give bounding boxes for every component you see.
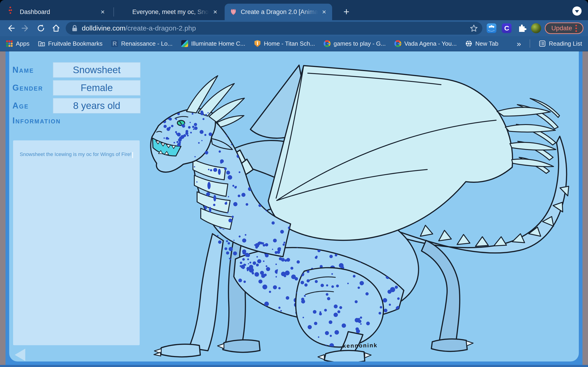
- name-row: Name Snowsheet: [9, 61, 152, 78]
- tab-bar: Dashboard × Everyone, meet my oc, Snowsh…: [0, 0, 588, 20]
- bookmarks-overflow-chevron[interactable]: »: [517, 39, 521, 48]
- bookmark-titan[interactable]: Home - Titan Sch...: [254, 40, 315, 47]
- age-label: Age: [12, 101, 29, 110]
- bookmark-vada-agena[interactable]: Vada Agena - You...: [394, 40, 457, 47]
- page-content: Name Snowsheet Gender Female Age 8 years…: [0, 51, 588, 367]
- bookmark-games[interactable]: games to play - G...: [324, 40, 386, 47]
- age-input[interactable]: 8 years old: [53, 98, 141, 114]
- clever-icon: C: [502, 23, 511, 33]
- address-bar[interactable]: dolldivine.com/create-a-dragon-2.php: [66, 22, 482, 35]
- text-caret: [132, 152, 133, 158]
- reading-list-button[interactable]: Reading List: [539, 40, 582, 47]
- update-label: Update: [551, 25, 572, 32]
- artist-signature: kennonink: [343, 342, 378, 349]
- profile-avatar[interactable]: [531, 23, 541, 33]
- puzzle-icon: [517, 24, 527, 33]
- browser-toolbar: dolldivine.com/create-a-dragon-2.php C: [0, 20, 588, 36]
- people-extension-button[interactable]: [486, 23, 497, 33]
- bookmark-illuminate[interactable]: Illuminate Home C...: [181, 40, 245, 47]
- age-row: Age 8 years old: [9, 97, 152, 114]
- avatar: [531, 23, 541, 33]
- divider: [530, 40, 530, 48]
- forward-button[interactable]: [21, 23, 31, 33]
- bookmark-label: Renaissance - Lo...: [121, 40, 173, 47]
- information-textarea[interactable]: Snowsheet the Icewing is my oc for Wings…: [13, 140, 140, 345]
- bookmark-new-tab[interactable]: New Tab: [465, 40, 498, 47]
- close-icon[interactable]: ×: [320, 8, 328, 16]
- gender-input[interactable]: Female: [53, 80, 141, 96]
- people-extension-icon: [487, 23, 496, 33]
- back-button[interactable]: [6, 23, 16, 33]
- app-bottom-border: [0, 365, 588, 367]
- clever-extension-button[interactable]: C: [502, 23, 512, 33]
- gender-label: Gender: [12, 83, 43, 93]
- update-button[interactable]: Update: [545, 23, 583, 34]
- reading-list-icon: [539, 40, 546, 47]
- bookmark-label: Fruitvale Bookmarks: [48, 40, 103, 47]
- close-icon[interactable]: ×: [211, 8, 219, 16]
- globe-icon: [465, 40, 472, 47]
- google-icon: [394, 40, 401, 47]
- tab-separator: [113, 7, 114, 17]
- apps-grid-icon: [6, 40, 13, 47]
- dragon-maker-canvas: Name Snowsheet Gender Female Age 8 years…: [9, 51, 579, 361]
- tab-title: Dashboard: [20, 8, 96, 16]
- illuminate-icon: [181, 40, 188, 47]
- bookmarks-bar: Apps Fruitvale Bookmarks R Renaissance -…: [0, 36, 588, 51]
- bookmark-apps[interactable]: Apps: [6, 40, 29, 47]
- tab-title: Create a Dragon 2.0 [Animal M: [241, 8, 318, 16]
- back-arrow-button[interactable]: [15, 349, 25, 361]
- information-text: Snowsheet the Icewing is my oc for Wings…: [20, 151, 132, 157]
- home-icon: [53, 25, 59, 31]
- bookmark-label: Illuminate Home C...: [191, 40, 245, 47]
- bookmark-folder-fruitvale[interactable]: Fruitvale Bookmarks: [38, 40, 103, 47]
- bookmark-label: games to play - G...: [334, 40, 386, 47]
- tab-search-button[interactable]: [572, 6, 582, 16]
- home-button[interactable]: [51, 23, 61, 33]
- flash-app-frame: Name Snowsheet Gender Female Age 8 years…: [6, 51, 582, 365]
- menu-dots-icon[interactable]: [575, 25, 577, 32]
- url-domain: dolldivine.com: [82, 24, 125, 32]
- titan-shield-icon: [254, 40, 261, 47]
- bookmark-label: Home - Titan Sch...: [264, 40, 315, 47]
- dolldivine-shell-icon: [230, 8, 237, 16]
- bookmark-label: New Tab: [475, 40, 498, 47]
- reading-list-label: Reading List: [549, 40, 582, 47]
- name-label: Name: [12, 65, 34, 75]
- close-icon[interactable]: ×: [99, 8, 107, 16]
- tab-title: Everyone, meet my oc, Snowsh: [132, 8, 209, 16]
- renaissance-icon: R: [111, 40, 118, 47]
- forward-arrow-icon: [22, 25, 27, 31]
- tab-everyone-meet-my-oc[interactable]: Everyone, meet my oc, Snowsh ×: [116, 4, 223, 20]
- back-arrow-icon: [9, 25, 14, 31]
- bookmark-label: Apps: [16, 40, 29, 47]
- tab-dashboard[interactable]: Dashboard ×: [4, 4, 111, 20]
- tab-create-a-dragon[interactable]: Create a Dragon 2.0 [Animal M ×: [225, 4, 332, 20]
- browser-window: Dashboard × Everyone, meet my oc, Snowsh…: [0, 0, 588, 367]
- bookmark-label: Vada Agena - You...: [404, 40, 457, 47]
- canvas-icon: [9, 8, 16, 16]
- scratch-icon: [121, 8, 129, 16]
- name-input[interactable]: Snowsheet: [53, 62, 141, 78]
- gender-row: Gender Female: [9, 79, 152, 96]
- reload-button[interactable]: [36, 23, 46, 33]
- extensions-button[interactable]: [517, 23, 527, 33]
- bookmark-renaissance[interactable]: R Renaissance - Lo...: [111, 40, 173, 47]
- google-icon: [324, 40, 330, 47]
- information-label: Information: [12, 116, 61, 125]
- url-path: /create-a-dragon-2.php: [125, 24, 196, 32]
- chevron-down-icon: [575, 10, 579, 13]
- lock-icon: [72, 25, 78, 32]
- bookmark-star-icon[interactable]: [470, 24, 478, 32]
- new-tab-button[interactable]: +: [340, 6, 352, 18]
- folder-icon: [38, 40, 45, 47]
